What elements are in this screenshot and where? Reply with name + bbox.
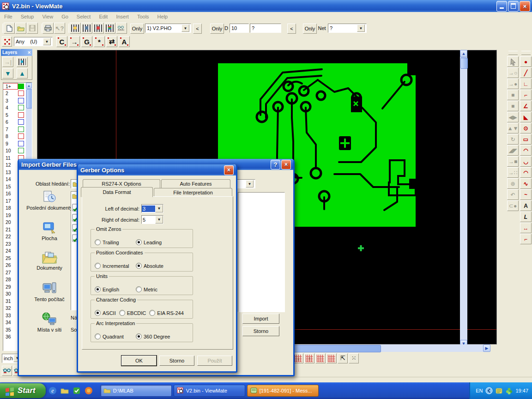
left-of-decimal-combo[interactable]: 3▼: [141, 204, 163, 213]
menu-file[interactable]: File: [0, 13, 17, 20]
layer-color-swatch[interactable]: [18, 98, 24, 103]
radio-english[interactable]: English: [95, 286, 136, 292]
draw-line-icon[interactable]: ╱: [520, 67, 532, 78]
help-button[interactable]: ?: [271, 160, 280, 169]
vertical-scrollbar[interactable]: ▲ ▼: [460, 50, 467, 347]
radio-quadrant[interactable]: Quadrant: [95, 333, 136, 339]
restore-button[interactable]: [508, 1, 519, 12]
quicklaunch-firefox-icon[interactable]: [84, 386, 94, 396]
context-help-button[interactable]: ↖?: [54, 23, 65, 34]
grid-add-icon[interactable]: [315, 353, 326, 363]
print-button[interactable]: [42, 23, 54, 34]
close-button[interactable]: ×: [224, 165, 234, 175]
layer-color-swatch[interactable]: [18, 148, 24, 153]
start-button[interactable]: Start: [0, 383, 46, 398]
layer-color-swatch[interactable]: [18, 119, 24, 125]
select-filter-icon[interactable]: [2, 36, 12, 47]
right-of-decimal-combo[interactable]: 5▼: [141, 215, 163, 224]
only-net-button[interactable]: Only: [303, 24, 317, 34]
layer-up-button[interactable]: ▲: [17, 68, 28, 79]
scale-icon[interactable]: ◢◤: [507, 145, 519, 156]
radio-360-degree[interactable]: 360 Degree: [136, 333, 170, 339]
new-file-button[interactable]: [4, 23, 15, 34]
task-messenger[interactable]: [191-482-091] - Mess...: [247, 385, 319, 397]
menu-insert[interactable]: Insert: [112, 13, 133, 20]
layer-color-swatch[interactable]: [18, 105, 24, 110]
layer-export-button[interactable]: →|: [2, 57, 13, 67]
board-tools-icon[interactable]: [81, 23, 92, 34]
tab-file-interpretation[interactable]: File Interpretation: [154, 188, 232, 197]
undo-icon[interactable]: ↶: [507, 189, 519, 200]
dcode-filter-input[interactable]: ?: [250, 24, 281, 33]
layer-color-swatch[interactable]: [18, 133, 24, 139]
place-desktop[interactable]: Plocha: [24, 220, 75, 250]
draw-curve-icon[interactable]: ◡: [520, 156, 532, 167]
tab-auto-features[interactable]: Auto Features: [161, 179, 230, 188]
place-network[interactable]: Místa v síti: [24, 311, 75, 342]
chevron-down-icon[interactable]: ▼: [357, 24, 365, 32]
cancel-button[interactable]: Storno: [242, 326, 279, 336]
settings-icon[interactable]: ⊛: [507, 178, 519, 189]
draw-arc-icon[interactable]: ◠: [520, 145, 532, 156]
draw-angle-icon[interactable]: ∠: [520, 101, 532, 111]
layer-color-swatch[interactable]: [18, 84, 24, 89]
select-cursor-icon[interactable]: [507, 56, 519, 67]
layer-combo[interactable]: 1) V2.PHO▼: [145, 24, 191, 33]
select-gerber-icon[interactable]: G: [81, 36, 92, 47]
pan-up-icon[interactable]: ↑: [304, 353, 314, 363]
menu-edit[interactable]: Edit: [95, 13, 112, 20]
radio-absolute[interactable]: Absolute: [136, 263, 163, 269]
scroll-up-icon[interactable]: ▲: [460, 50, 467, 57]
mirror-vertical-icon[interactable]: ▲▼: [507, 123, 519, 133]
layer-color-swatch[interactable]: [18, 112, 24, 118]
close-button[interactable]: ×: [520, 1, 530, 12]
save-file-button[interactable]: [27, 23, 38, 34]
draw-bend-icon[interactable]: ⌐: [520, 234, 532, 244]
dimension-icon[interactable]: ↔: [520, 223, 532, 233]
fill-polygon-icon[interactable]: ■: [507, 90, 519, 100]
chevron-down-icon[interactable]: ▼: [43, 38, 51, 45]
close-button[interactable]: ×: [281, 160, 291, 169]
dcode-input[interactable]: 10: [230, 24, 249, 33]
menu-view[interactable]: View: [38, 13, 57, 20]
menu-tools[interactable]: Tools: [133, 13, 153, 20]
step-repeat-icon[interactable]: →∷: [507, 167, 519, 178]
ok-button[interactable]: OK: [121, 356, 157, 366]
apply-button[interactable]: Použít: [197, 356, 232, 366]
tray-icq-icon[interactable]: [505, 387, 513, 395]
layer-film-button[interactable]: [17, 57, 28, 67]
mirror-horizontal-icon[interactable]: ◀▶: [507, 112, 519, 122]
select-component-icon[interactable]: C: [56, 36, 67, 47]
radio-leading[interactable]: Leading: [136, 239, 162, 245]
pan-down-icon[interactable]: ↓: [293, 353, 303, 363]
scroll-right-icon[interactable]: ▶: [483, 345, 490, 352]
draw-rectangle-icon[interactable]: ▭: [520, 134, 532, 145]
label-icon[interactable]: L: [520, 212, 532, 222]
minimize-button[interactable]: [496, 1, 507, 12]
tab-data-format[interactable]: Data Format: [81, 187, 153, 197]
transfer-item-icon[interactable]: →○: [507, 67, 519, 78]
vertical-scroll-thumb[interactable]: [460, 58, 468, 69]
language-ind[interactable]: EN: [476, 388, 483, 393]
chevron-down-icon[interactable]: ▼: [155, 216, 163, 224]
scroll-up-icon[interactable]: ▲: [26, 83, 32, 89]
fill-area-icon[interactable]: ■: [507, 101, 519, 111]
prev-dcode-button[interactable]: <: [287, 24, 296, 34]
glasses-pads-icon[interactable]: [2, 366, 12, 376]
board-colors-icon[interactable]: [104, 23, 115, 34]
select-trace-icon[interactable]: →: [69, 36, 80, 47]
board-flash-icon[interactable]: [70, 23, 81, 34]
prev-layer-button[interactable]: <: [193, 24, 202, 34]
radio-ascii[interactable]: ASCII: [95, 310, 116, 316]
layer-color-swatch[interactable]: [18, 91, 24, 96]
rotate-icon[interactable]: ↻: [507, 134, 519, 145]
layer-color-swatch[interactable]: [18, 127, 24, 132]
draw-arc-point-icon[interactable]: ◠: [520, 167, 532, 178]
draw-triangle-icon[interactable]: ◣: [520, 112, 532, 122]
grid-move-icon[interactable]: [326, 353, 337, 363]
menu-setup[interactable]: Setup: [17, 13, 38, 20]
board-measure-icon[interactable]: [116, 23, 127, 34]
move-to-layer-icon[interactable]: →■: [507, 156, 519, 167]
chevron-down-icon[interactable]: ▼: [181, 24, 189, 32]
toolbar-grip[interactable]: [521, 51, 531, 55]
